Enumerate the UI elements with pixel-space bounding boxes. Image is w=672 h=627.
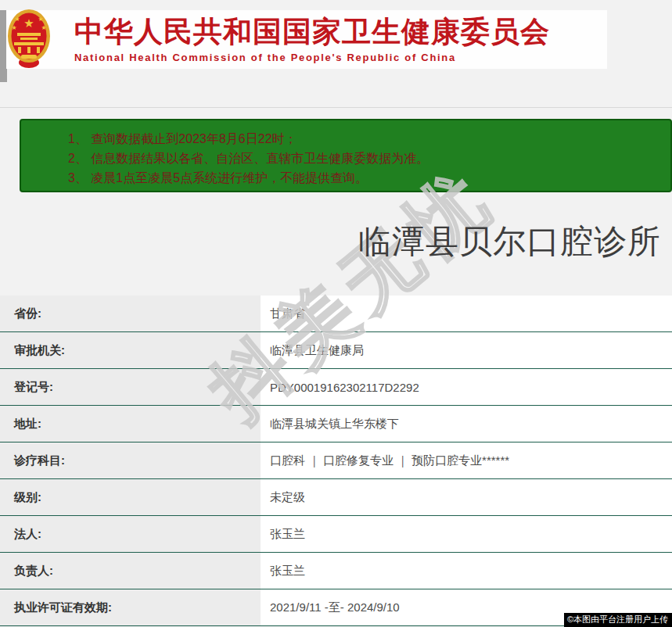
field-label: 地址: [0, 406, 261, 442]
upload-credit-badge: ©本图由平台注册用户上传 [564, 613, 672, 627]
svg-text:★: ★ [14, 16, 20, 23]
field-label: 负责人: [0, 553, 261, 589]
table-row: 地址: 临潭县城关镇上华东楼下 [0, 406, 672, 442]
field-value: 临潭县卫生健康局 [261, 332, 672, 368]
notice-line: 2、 信息数据结果以各省、自治区、直辖市卫生健康委数据为准。 [68, 149, 670, 168]
svg-text:★: ★ [38, 16, 43, 23]
field-label: 审批机关: [0, 332, 261, 368]
field-value: PDY00019162302117D2292 [261, 369, 672, 405]
field-value: 甘肃省 [261, 296, 672, 331]
table-row: 法人: 张玉兰 [0, 516, 672, 553]
field-label: 诊疗科目: [0, 442, 261, 478]
field-value: 未定级 [261, 479, 672, 515]
table-row: 负责人: 张玉兰 [0, 553, 672, 589]
field-value: 临潭县城关镇上华东楼下 [261, 406, 672, 442]
svg-text:★: ★ [11, 24, 16, 31]
field-label: 省份: [0, 296, 261, 331]
svg-text:★: ★ [41, 24, 46, 31]
table-row: 登记号: PDY00019162302117D2292 [0, 369, 672, 406]
china-national-emblem-icon: ★ ★ ★ ★ ★ [7, 8, 51, 72]
institution-name-title: 临潭县贝尔口腔诊所 [358, 220, 661, 263]
site-title-english: National Health Commission of the People… [74, 52, 550, 63]
field-value: 口腔科 ｜ 口腔修复专业 ｜ 预防口腔专业****** [261, 442, 672, 478]
table-row: 诊疗科目: 口腔科 ｜ 口腔修复专业 ｜ 预防口腔专业****** [0, 442, 672, 479]
notice-line: 3、 凌晨1点至凌晨5点系统进行维护，不能提供查询。 [68, 168, 670, 188]
table-row: 级别: 未定级 [0, 479, 672, 516]
table-row: 审批机关: 临潭县卫生健康局 [0, 332, 672, 369]
table-row: 省份: 甘肃省 [0, 296, 672, 332]
header-titles: 中华人民共和国国家卫生健康委员会 National Health Commiss… [74, 16, 550, 63]
svg-text:★: ★ [23, 16, 34, 30]
field-label: 级别: [0, 479, 261, 515]
institution-detail-table: 省份: 甘肃省 审批机关: 临潭县卫生健康局 登记号: PDY000191623… [0, 296, 672, 626]
field-label: 法人: [0, 516, 261, 552]
field-value: 张玉兰 [261, 516, 672, 552]
site-header: ★ ★ ★ ★ ★ 中华人民共和国国家卫生健康委员会 National Heal… [6, 10, 607, 69]
notice-line: 1、 查询数据截止到2023年8月6日22时； [68, 129, 670, 149]
notice-box: 1、 查询数据截止到2023年8月6日22时； 2、 信息数据结果以各省、自治区… [20, 119, 672, 192]
field-value: 张玉兰 [261, 553, 672, 589]
field-label: 登记号: [0, 369, 261, 405]
field-label: 执业许可证有效期: [0, 589, 261, 625]
site-title-chinese: 中华人民共和国国家卫生健康委员会 [74, 16, 550, 48]
header-divider [0, 107, 672, 108]
